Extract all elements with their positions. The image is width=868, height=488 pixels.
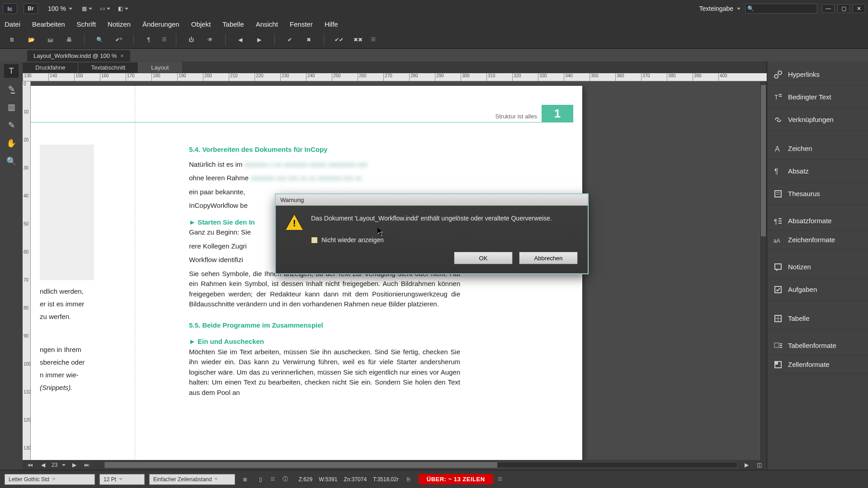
prev-change-icon[interactable]: ◀: [235, 34, 246, 46]
panel-notizen[interactable]: Notizen: [767, 256, 868, 278]
menu-änderungen[interactable]: Änderungen: [142, 20, 179, 28]
power-icon[interactable]: ⏻: [185, 34, 197, 46]
scroll-right-button[interactable]: ▶: [742, 462, 750, 468]
accept-all-icon[interactable]: ✔✔: [333, 34, 345, 46]
panel-zellenformate[interactable]: Zellenformate: [767, 355, 868, 374]
menu-schrift[interactable]: Schrift: [77, 20, 96, 28]
menu-tabelle[interactable]: Tabelle: [222, 20, 244, 28]
find-icon[interactable]: 🔍: [94, 34, 105, 46]
page-navigator: ⏮ ◀ 23 ▶ ⏭ ▶ ◫: [23, 460, 767, 470]
svg-text:¶: ¶: [774, 218, 778, 225]
panel-thesaurus[interactable]: Thesaurus: [767, 183, 868, 205]
chevron-down-icon: [62, 464, 66, 466]
menu-bearbeiten[interactable]: Bearbeiten: [32, 20, 65, 28]
vertical-scrollbar[interactable]: [760, 81, 767, 460]
columns-icon[interactable]: ≣: [240, 474, 250, 485]
window-controls: — ▢ ✕: [822, 4, 865, 13]
overset-indicator: ÜBER: ~ 13 ZEILEN: [419, 474, 493, 484]
view-tab-layout[interactable]: Layout: [138, 62, 182, 73]
chevron-down-icon: [737, 8, 741, 10]
reject-all-icon[interactable]: ✖✖: [352, 34, 364, 46]
leading-combo[interactable]: Einfacher Zeilenabstand: [149, 474, 235, 485]
first-page-button[interactable]: ⏮: [26, 462, 34, 468]
cancel-button[interactable]: Abbrechen: [519, 252, 578, 264]
zoom-tool[interactable]: 🔍: [4, 155, 19, 168]
size-combo[interactable]: 12 Pt: [99, 474, 145, 485]
new-icon[interactable]: 🗎: [6, 34, 18, 46]
next-page-button[interactable]: ▶: [70, 462, 78, 468]
panel-aufgaben[interactable]: Aufgaben: [767, 278, 868, 301]
page-field[interactable]: 23: [52, 462, 57, 468]
panel-zeichen[interactable]: AZeichen: [767, 137, 868, 160]
maximize-button[interactable]: ▢: [837, 4, 850, 13]
flyout-menu-icon[interactable]: ≡: [371, 35, 376, 44]
app-badge: Ic: [3, 3, 17, 14]
print-icon[interactable]: 🖶: [63, 34, 75, 46]
panel-absatzformate[interactable]: ¶Absatzformate: [767, 211, 868, 230]
bridge-badge[interactable]: Br: [24, 3, 38, 14]
font-combo[interactable]: Letter Gothic Std: [5, 474, 95, 485]
close-icon[interactable]: ×: [120, 52, 124, 59]
align-icon[interactable]: ▯: [255, 474, 266, 485]
svg-rect-9: [775, 286, 781, 293]
flyout-menu-icon[interactable]: ≡: [270, 474, 275, 484]
reject-change-icon[interactable]: ✖: [303, 34, 315, 46]
menu-objekt[interactable]: Objekt: [191, 20, 211, 28]
panel-verknüpfungen[interactable]: Verknüpfungen: [767, 108, 868, 131]
panel-absatz[interactable]: ¶Absatz: [767, 160, 868, 183]
svg-text:A: A: [775, 145, 780, 153]
visibility-icon[interactable]: 👁: [204, 34, 216, 46]
next-change-icon[interactable]: ▶: [254, 34, 265, 46]
horizontal-scrollbar[interactable]: [104, 462, 738, 468]
eyedropper-tool[interactable]: ✎: [4, 118, 19, 132]
panel-tabellenformate[interactable]: Tabellenformate: [767, 336, 868, 355]
workspace-switcher[interactable]: Texteingabe: [699, 5, 741, 12]
view-tab-druckfahne[interactable]: Druckfahne: [23, 62, 78, 73]
accept-change-icon[interactable]: ✔: [284, 34, 296, 46]
minimize-button[interactable]: —: [822, 4, 835, 13]
view-options-group: ▦ ▭ ◧: [82, 4, 128, 14]
menu-notizen[interactable]: Notizen: [108, 20, 131, 28]
position-tool[interactable]: ▥: [4, 100, 19, 114]
warning-icon: !: [286, 215, 303, 230]
flyout-menu-icon[interactable]: ≡: [498, 474, 503, 484]
titlebar: Ic Br 100 % ▦ ▭ ◧ Texteingabe 🔍 — ▢ ✕: [0, 0, 868, 17]
view-tab-textabschnitt[interactable]: Textabschnitt: [78, 62, 138, 73]
menu-hilfe[interactable]: Hilfe: [325, 20, 338, 28]
heading-5-4: 5.4. Vorbereiten des Dokuments für InCop…: [189, 145, 460, 155]
overset-icon[interactable]: ⎘: [403, 474, 414, 485]
save-icon[interactable]: 🖴: [44, 34, 56, 46]
arrange-icon[interactable]: ◧: [118, 4, 128, 14]
hand-tool[interactable]: ✋: [4, 136, 19, 150]
prev-page-button[interactable]: ◀: [39, 462, 47, 468]
panel-zeichenformate[interactable]: aAZeichenformate: [767, 230, 868, 249]
open-icon[interactable]: 📂: [25, 34, 37, 46]
paragraph-marks-icon[interactable]: ¶: [143, 34, 155, 46]
screen-mode-icon[interactable]: ▭: [100, 4, 110, 14]
menu-fenster[interactable]: Fenster: [290, 20, 313, 28]
svg-rect-13: [775, 361, 778, 365]
chapter-badge: 1: [542, 105, 573, 122]
search-icon: 🔍: [747, 5, 754, 12]
menu-ansicht[interactable]: Ansicht: [256, 20, 278, 28]
panel-hyperlinks[interactable]: Hyperlinks: [767, 63, 868, 86]
subhead-bullet: Ein und Auschecken: [189, 337, 460, 347]
document-tab[interactable]: Layout_Workflow.indd @ 100 % ×: [27, 50, 130, 61]
ok-button[interactable]: OK: [454, 252, 513, 264]
dont-show-again-checkbox[interactable]: [311, 237, 318, 244]
close-button[interactable]: ✕: [853, 4, 865, 13]
view-option-icon[interactable]: ▦: [82, 4, 92, 14]
split-view-button[interactable]: ◫: [755, 462, 763, 468]
note-tool[interactable]: ✎̲: [4, 82, 19, 96]
type-tool[interactable]: T: [4, 64, 19, 78]
search-input[interactable]: 🔍: [745, 4, 817, 14]
last-page-button[interactable]: ⏭: [83, 462, 91, 468]
panel-bedingter-text[interactable]: TBedingter Text: [767, 86, 868, 108]
info-icon[interactable]: ⓘ: [280, 474, 291, 485]
zoom-combo[interactable]: 100 %: [44, 4, 76, 13]
tool-column: T ✎̲ ▥ ✎ ✋ 🔍: [0, 61, 23, 470]
flyout-menu-icon[interactable]: ≡: [162, 35, 167, 44]
panel-tabelle[interactable]: Tabelle: [767, 307, 868, 330]
menu-datei[interactable]: Datei: [5, 20, 20, 28]
spellcheck-icon[interactable]: ✔ᴬ: [113, 34, 124, 46]
